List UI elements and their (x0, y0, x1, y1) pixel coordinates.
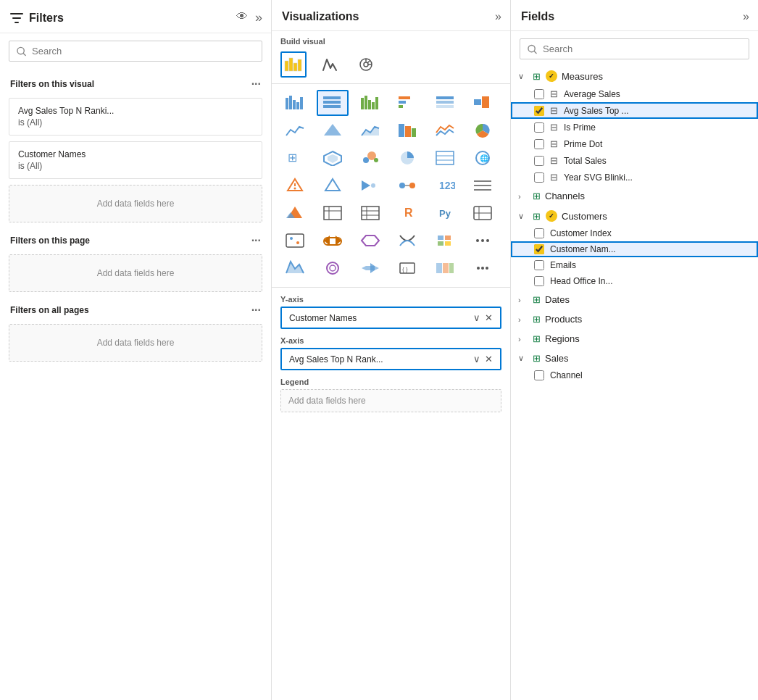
viz-grid-cell-12[interactable]: ⊞ (279, 145, 311, 171)
viz-grid-cell-7[interactable] (317, 117, 349, 143)
customer-nam-checkbox[interactable] (534, 244, 544, 254)
fields-group-measures: ∨ ⊞ ✓ Measures ⊟ Average Sales ⊟ Avg Sal… (511, 67, 758, 186)
filters-allpages-add-placeholder[interactable]: Add data fields here (9, 324, 262, 362)
fields-group-channels-header[interactable]: › ⊞ Channels (511, 187, 758, 205)
viz-grid-cell-38[interactable] (354, 255, 386, 281)
fields-search-input[interactable] (543, 43, 741, 54)
xaxis-chevron-icon[interactable]: ∨ (473, 354, 480, 364)
viz-grid-cell-17[interactable]: 🌐 (467, 145, 499, 171)
viz-grid-cell-35[interactable] (467, 228, 499, 254)
xaxis-close-icon[interactable]: ✕ (485, 354, 493, 364)
viz-grid-cell-29[interactable] (467, 200, 499, 226)
viz-analytics-tab[interactable] (353, 51, 379, 78)
viz-grid-cell-1[interactable] (317, 90, 349, 116)
fields-item-head-office[interactable]: Head Office In... (511, 273, 758, 289)
viz-grid-cell-30[interactable] (279, 228, 311, 254)
yaxis-close-icon[interactable]: ✕ (485, 312, 493, 323)
viz-grid-cell-24[interactable] (279, 200, 311, 226)
filter-card-customer-names[interactable]: Customer Names is (All) (9, 141, 262, 179)
filters-page-menu-icon[interactable]: ··· (251, 234, 261, 247)
avg-sales-top-checkbox[interactable] (534, 106, 544, 116)
viz-grid-cell-10[interactable] (429, 117, 461, 143)
viz-grid-cell-31[interactable] (317, 228, 349, 254)
is-prime-checkbox[interactable] (534, 122, 544, 133)
average-sales-checkbox[interactable] (534, 89, 544, 99)
filters-search-input[interactable] (32, 46, 254, 57)
fields-group-regions-header[interactable]: › ⊞ Regions (511, 330, 758, 348)
viz-grid-cell-18[interactable] (279, 172, 311, 199)
fields-group-sales-header[interactable]: ∨ ⊞ Sales (511, 349, 758, 367)
fields-item-average-sales[interactable]: ⊟ Average Sales (511, 86, 758, 102)
viz-header: Visualizations » (272, 0, 510, 31)
fields-item-channel[interactable]: Channel (511, 367, 758, 383)
emails-checkbox[interactable] (534, 260, 544, 270)
fields-item-prime-dot[interactable]: ⊟ Prime Dot (511, 136, 758, 152)
viz-grid-cell-8[interactable] (354, 117, 386, 143)
viz-grid-cell-19[interactable] (317, 172, 349, 199)
customer-index-checkbox[interactable] (534, 228, 544, 238)
head-office-checkbox[interactable] (534, 276, 544, 286)
filters-visual-menu-icon[interactable]: ··· (251, 78, 261, 91)
viz-grid-cell-11[interactable] (467, 117, 499, 143)
viz-collapse-icon[interactable]: » (495, 10, 501, 23)
year-svg-label: Year SVG Blinki... (564, 172, 751, 183)
fields-item-is-prime[interactable]: ⊟ Is Prime (511, 119, 758, 136)
fields-group-measures-header[interactable]: ∨ ⊞ ✓ Measures (511, 67, 758, 86)
viz-grid-cell-25[interactable] (317, 200, 349, 226)
viz-grid-cell-41[interactable] (467, 255, 499, 281)
viz-grid-cell-26[interactable] (354, 200, 386, 226)
viz-grid-cell-15[interactable] (391, 145, 423, 171)
viz-grid-cell-34[interactable] (429, 228, 461, 254)
prime-dot-checkbox[interactable] (534, 139, 544, 149)
viz-grid-cell-0[interactable] (279, 90, 311, 116)
viz-grid-cell-39[interactable]: { } (391, 255, 423, 281)
fields-item-total-sales[interactable]: ⊟ Total Sales (511, 152, 758, 169)
viz-grid-cell-13[interactable] (317, 145, 349, 171)
channel-checkbox[interactable] (534, 370, 544, 380)
fields-item-avg-sales-top[interactable]: ⊟ Avg Sales Top ... (511, 102, 758, 119)
fields-item-customer-index[interactable]: Customer Index (511, 225, 758, 241)
viz-grid-cell-21[interactable] (391, 172, 423, 199)
viz-grid-cell-40[interactable] (429, 255, 461, 281)
eye-icon[interactable]: 👁 (236, 10, 248, 25)
viz-grid-cell-27[interactable]: R (391, 200, 423, 226)
viz-grid-cell-20[interactable] (354, 172, 386, 199)
collapse-icon[interactable]: » (255, 10, 262, 25)
filters-allpages-menu-icon[interactable]: ··· (251, 304, 261, 317)
filters-page-add-placeholder[interactable]: Add data fields here (9, 254, 262, 292)
viz-bar-chart-tab[interactable] (280, 51, 307, 78)
viz-grid-cell-33[interactable] (391, 228, 423, 254)
viz-grid-cell-36[interactable] (279, 255, 311, 281)
viz-grid-cell-28[interactable]: Py (429, 200, 461, 226)
year-svg-checkbox[interactable] (534, 172, 544, 183)
fields-group-dates-header[interactable]: › ⊞ Dates (511, 291, 758, 309)
fields-search-box[interactable] (520, 38, 749, 59)
fields-item-year-svg[interactable]: ⊟ Year SVG Blinki... (511, 169, 758, 186)
xaxis-pill[interactable]: Avg Sales Top N Rank... ∨ ✕ (280, 348, 501, 370)
total-sales-checkbox[interactable] (534, 156, 544, 166)
viz-grid-cell-2[interactable] (354, 90, 386, 116)
fields-group-products-header[interactable]: › ⊞ Products (511, 310, 758, 328)
fields-item-customer-nam[interactable]: Customer Nam... (511, 241, 758, 257)
viz-grid-cell-37[interactable] (317, 255, 349, 281)
viz-grid-cell-3[interactable] (391, 90, 423, 116)
filters-search-box[interactable] (9, 41, 262, 62)
filters-visual-add-placeholder[interactable]: Add data fields here (9, 185, 262, 222)
legend-add-placeholder[interactable]: Add data fields here (280, 389, 501, 412)
fields-collapse-icon[interactable]: » (743, 10, 749, 23)
fields-item-emails[interactable]: Emails (511, 257, 758, 273)
viz-grid-cell-14[interactable] (354, 145, 386, 171)
viz-grid-cell-23[interactable] (467, 172, 499, 199)
viz-grid-cell-22[interactable]: 123 (429, 172, 461, 199)
viz-grid-cell-16[interactable] (429, 145, 461, 171)
viz-grid-cell-9[interactable] (391, 117, 423, 143)
fields-group-customers-header[interactable]: ∨ ⊞ ✓ Customers (511, 207, 758, 225)
yaxis-chevron-icon[interactable]: ∨ (473, 312, 480, 323)
filter-card-avg-sales[interactable]: Avg Sales Top N Ranki... is (All) (9, 98, 262, 136)
yaxis-pill[interactable]: Customer Names ∨ ✕ (280, 307, 501, 329)
viz-grid-cell-32[interactable] (354, 228, 386, 254)
viz-grid-cell-4[interactable] (429, 90, 461, 116)
viz-grid-cell-6[interactable] (279, 117, 311, 143)
viz-grid-cell-5[interactable] (467, 90, 499, 116)
viz-format-tab[interactable] (317, 51, 343, 78)
